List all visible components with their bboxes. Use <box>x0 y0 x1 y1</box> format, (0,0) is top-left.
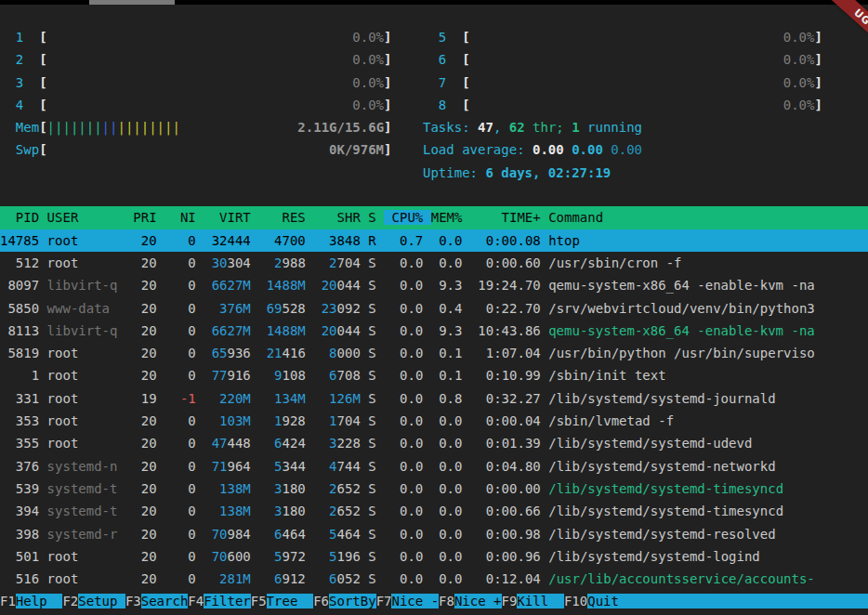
cell-priority: 20 <box>125 459 157 474</box>
cell-state: S <box>368 346 375 360</box>
process-row-1[interactable]: 1 root 20 0 77916 9108 6708 S 0.0 0.1 0:… <box>0 364 868 386</box>
cell-state: S <box>368 571 375 586</box>
cell-value-suffix: 972 <box>283 549 306 564</box>
cell-cpu-percent: 0.0 <box>384 346 423 360</box>
cell-priority: 20 <box>125 527 157 542</box>
column-header-res[interactable]: RES <box>258 210 306 225</box>
process-row-5819[interactable]: 5819 root 20 0 65936 21416 8000 S 0.0 0.… <box>0 342 868 364</box>
text-segment <box>541 571 548 586</box>
top-scrollbar-thumb[interactable] <box>89 0 175 5</box>
text-segment <box>157 233 164 248</box>
cpu-meter-row: 4 [ 0.0%] 8 [ 0.0%] <box>0 94 868 116</box>
cell-time: 0:22.70 <box>470 301 541 316</box>
process-row-501[interactable]: 501 root 20 0 70600 5972 5196 S 0.0 0.0 … <box>0 545 868 568</box>
htop-terminal: 1 [ 0.0%] 5 [ 0.0%] 2 [ 0.0%] 6 [ 0.0%] <box>0 0 868 615</box>
fkey-button-search[interactable]: F3Search <box>125 594 188 608</box>
cell-value-prefix: 70 <box>204 549 227 564</box>
text-segment <box>196 323 204 338</box>
meter-open-bracket: [ <box>39 98 46 112</box>
fkey-button-quit[interactable]: F10Quit <box>564 594 635 608</box>
text-segment <box>423 323 430 338</box>
process-row-398[interactable]: 398 systemd-r 20 0 70984 6464 5464 S 0.0… <box>0 523 868 545</box>
fkey-button-setup[interactable]: F2Setup <box>62 594 125 608</box>
fkey-label: SortBy <box>329 594 376 608</box>
fkey-button-filter[interactable]: F4Filter <box>188 594 250 608</box>
cell-value-prefix: 8 <box>313 346 336 360</box>
text-segment <box>0 98 16 112</box>
text-segment <box>117 549 125 564</box>
cell-value-suffix: 044 <box>337 323 361 338</box>
cell-state: S <box>368 504 375 518</box>
column-header-cpu-sort[interactable]: CPU% <box>384 210 431 225</box>
process-row-355[interactable]: 355 root 20 0 47448 6424 3228 S 0.0 0.0 … <box>0 432 868 454</box>
text-segment <box>251 391 258 406</box>
text-segment <box>541 413 548 428</box>
process-row-394[interactable]: 394 systemd-t 20 0 138M 3180 2652 S 0.0 … <box>0 500 868 522</box>
cell-state: S <box>368 481 375 496</box>
cell-state: S <box>368 459 375 474</box>
text-segment <box>39 255 46 270</box>
cell-time: 0:10.99 <box>470 368 541 383</box>
text-segment <box>376 549 384 564</box>
column-header-pri[interactable]: PRI <box>125 210 157 225</box>
cell-value-prefix: 47 <box>204 436 227 451</box>
process-row-331[interactable]: 331 root 19 -1 220M 134M 126M S 0.0 0.8 … <box>0 387 868 410</box>
cell-mem-percent: 0.0 <box>431 413 463 428</box>
text-segment <box>306 255 313 270</box>
column-header-mem[interactable]: MEM% <box>431 210 463 225</box>
column-header-ni[interactable]: NI <box>164 210 196 225</box>
cell-value-suffix: 528 <box>283 301 306 316</box>
text-segment <box>39 436 46 451</box>
cell-value-prefix: 3 <box>313 436 336 451</box>
text-segment <box>157 459 164 474</box>
cell-user: root <box>47 571 118 586</box>
process-row-353[interactable]: 353 root 20 0 103M 1928 1704 S 0.0 0.0 0… <box>0 410 868 432</box>
cell-pid: 394 <box>0 504 39 518</box>
process-row-5850[interactable]: 5850 www-data 20 0 376M 69528 23092 S 0.… <box>0 297 868 320</box>
fkey-button-nice-minus[interactable]: F7Nice - <box>376 594 439 608</box>
process-row-8097[interactable]: 8097 libvirt-q 20 0 6627M 1488M 20044 S … <box>0 274 868 296</box>
cell-nice: 0 <box>164 436 196 451</box>
text-segment <box>306 527 313 542</box>
fkey-button-tree[interactable]: F5Tree <box>251 594 313 608</box>
text-segment <box>462 210 469 225</box>
text-segment <box>180 120 297 135</box>
cell-time: 0:00.00 <box>470 481 541 496</box>
column-header-command[interactable]: Command <box>548 210 868 225</box>
text-segment <box>0 120 16 135</box>
fkey-number: F8 <box>439 594 454 608</box>
cell-command: /lib/systemd/systemd-journald <box>548 391 775 406</box>
fkey-button-kill[interactable]: F9Kill <box>502 594 564 608</box>
cell-mem-percent: 9.3 <box>431 278 463 293</box>
fkey-button-sortby[interactable]: F6SortBy <box>313 594 375 608</box>
process-row-8113[interactable]: 8113 libvirt-q 20 0 6627M 1488M 20044 S … <box>0 320 868 342</box>
text-segment <box>306 233 313 248</box>
cell-state: S <box>368 413 375 428</box>
column-header-user[interactable]: USER <box>47 210 118 225</box>
process-row-512[interactable]: 512 root 20 0 30304 2988 2704 S 0.0 0.0 … <box>0 252 868 274</box>
column-header-shr[interactable]: SHR <box>313 210 361 225</box>
column-header-state[interactable]: S <box>368 210 375 225</box>
cell-cpu-percent: 0.0 <box>384 413 423 428</box>
cell-pid: 539 <box>0 481 39 496</box>
cell-pid: 355 <box>0 436 39 451</box>
cell-mem-percent: 0.0 <box>431 255 463 270</box>
cell-cpu-percent: 0.0 <box>384 527 423 542</box>
fkey-button-help[interactable]: F1Help <box>0 594 62 608</box>
cell-value-suffix: 344 <box>283 459 306 474</box>
text-segment <box>361 210 368 225</box>
cell-user: libvirt-q <box>47 323 118 338</box>
fkey-button-nice-plus[interactable]: F8Nice + <box>439 594 501 608</box>
meter-open-bracket: [ <box>39 75 46 90</box>
text-segment <box>306 504 313 518</box>
process-row-539[interactable]: 539 systemd-t 20 0 138M 3180 2652 S 0.0 … <box>0 478 868 500</box>
process-row-516[interactable]: 516 root 20 0 281M 6912 6052 S 0.0 0.0 0… <box>0 568 868 590</box>
column-header-time[interactable]: TIME+ <box>470 210 541 225</box>
process-row-376[interactable]: 376 systemd-n 20 0 71964 5344 4744 S 0.0… <box>0 455 868 478</box>
process-row-14785[interactable]: 14785 root 20 0 32444 4700 3848 R 0.7 0.… <box>0 229 868 252</box>
cell-value-prefix: 71 <box>204 459 227 474</box>
text-segment <box>423 549 430 564</box>
column-header-pid[interactable]: PID <box>0 210 39 225</box>
cell-mem-percent: 0.1 <box>431 346 463 360</box>
column-header-virt[interactable]: VIRT <box>204 210 251 225</box>
